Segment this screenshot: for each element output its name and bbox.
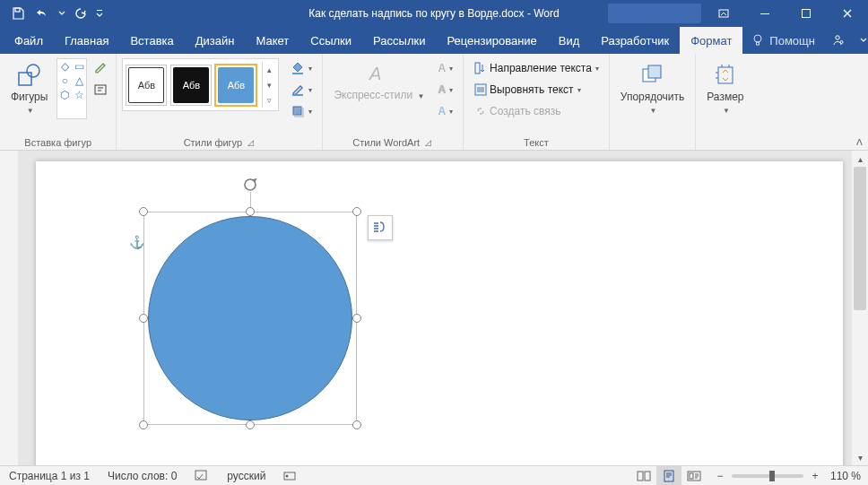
quick-access-toolbar: [0, 1, 106, 26]
size-button[interactable]: Размер▼: [701, 58, 749, 120]
read-mode-button[interactable]: [631, 466, 656, 486]
zoom-out-button[interactable]: −: [714, 470, 726, 482]
print-layout-button[interactable]: [656, 466, 681, 486]
group-text: Направление текста▾ Выровнять текст▾ Соз…: [464, 54, 610, 150]
tab-references[interactable]: Ссылки: [299, 27, 362, 54]
tab-layout[interactable]: Макет: [245, 27, 299, 54]
macro-record-button[interactable]: [274, 466, 305, 485]
tab-design[interactable]: Дизайн: [185, 27, 246, 54]
shape-style-gallery[interactable]: Абв Абв Абв ▴▾▿: [122, 58, 279, 111]
circle-shape[interactable]: [148, 216, 352, 420]
tab-format[interactable]: Формат: [680, 27, 742, 54]
handle-ne[interactable]: [352, 207, 361, 216]
svg-text:A: A: [369, 64, 381, 83]
word-count[interactable]: Число слов: 0: [99, 466, 186, 485]
rotate-handle[interactable]: [243, 178, 257, 192]
handle-n[interactable]: [246, 207, 255, 216]
svg-rect-9: [19, 73, 31, 85]
vertical-scrollbar[interactable]: ▴ ▾: [852, 151, 868, 465]
tab-review[interactable]: Рецензирование: [436, 27, 547, 54]
handle-e[interactable]: [352, 314, 361, 323]
tab-file[interactable]: Файл: [4, 27, 54, 54]
svg-rect-30: [690, 473, 693, 479]
close-button[interactable]: [827, 0, 868, 27]
zoom-level[interactable]: 110 %: [827, 470, 861, 482]
handle-w[interactable]: [139, 314, 148, 323]
share-button[interactable]: [824, 33, 851, 48]
scroll-thumb[interactable]: [854, 167, 866, 310]
undo-button[interactable]: [30, 1, 56, 26]
selected-shape[interactable]: [143, 212, 357, 425]
anchor-icon[interactable]: ⚓: [129, 235, 144, 249]
svg-point-7: [836, 36, 839, 39]
zoom-slider[interactable]: [732, 474, 803, 478]
svg-rect-13: [292, 94, 303, 96]
language-indicator[interactable]: русский: [218, 466, 274, 485]
text-fill-button[interactable]: A▾: [433, 58, 457, 78]
zoom-thumb[interactable]: [769, 471, 775, 481]
handle-se[interactable]: [352, 420, 361, 429]
shape-outline-button[interactable]: ▾: [286, 80, 317, 100]
tab-home[interactable]: Главная: [54, 27, 119, 54]
text-outline-button[interactable]: A▾: [433, 80, 457, 100]
handle-sw[interactable]: [139, 420, 148, 429]
align-text-button[interactable]: Выровнять текст▾: [469, 80, 603, 100]
scroll-track[interactable]: [852, 167, 868, 449]
redo-button[interactable]: [68, 1, 93, 26]
wordart-launcher[interactable]: ◿: [423, 138, 433, 147]
undo-dropdown[interactable]: [56, 1, 68, 26]
title-bar: Как сделать надпись по кругу в Ворде.doc…: [0, 0, 868, 27]
svg-rect-2: [719, 10, 728, 17]
shape-effects-button[interactable]: ▾: [286, 101, 317, 121]
shape-styles-launcher[interactable]: ◿: [246, 138, 256, 147]
layout-options-button[interactable]: [368, 215, 393, 240]
maximize-button[interactable]: [786, 0, 827, 27]
svg-point-5: [754, 35, 761, 42]
svg-rect-26: [638, 472, 643, 481]
edit-shape-button[interactable]: [91, 58, 110, 78]
style-preset-3[interactable]: Абв: [215, 65, 256, 106]
ribbon: Фигуры▼ ◇▭ ○△ ⬡☆ Вставка фигур Абв Абв А…: [0, 54, 868, 151]
shapes-gallery[interactable]: ◇▭ ○△ ⬡☆: [56, 58, 87, 119]
handle-s[interactable]: [246, 420, 255, 429]
arrange-button[interactable]: Упорядочить▼: [615, 58, 690, 120]
group-label-insert-shapes: Вставка фигур: [24, 134, 91, 150]
tab-view[interactable]: Вид: [548, 27, 591, 54]
ribbon-display-options[interactable]: [703, 0, 744, 27]
style-preset-2[interactable]: Абв: [170, 65, 212, 106]
svg-rect-28: [664, 471, 673, 481]
ribbon-tabs: Файл Главная Вставка Дизайн Макет Ссылки…: [0, 27, 868, 54]
save-button[interactable]: [5, 1, 30, 26]
tab-developer[interactable]: Разработчик: [590, 27, 680, 54]
svg-point-25: [286, 474, 289, 477]
wordart-express-button[interactable]: A Экспресс-стили ▼: [328, 58, 430, 106]
spellcheck-button[interactable]: [186, 466, 218, 485]
tell-me[interactable]: Помощн: [742, 34, 824, 48]
document-viewport[interactable]: ⚓: [18, 151, 852, 465]
minimize-button[interactable]: [744, 0, 786, 27]
scroll-up[interactable]: ▴: [852, 151, 868, 167]
feedback-button[interactable]: [851, 37, 868, 44]
text-direction-button[interactable]: Направление текста▾: [469, 58, 603, 78]
gallery-scroll[interactable]: ▴▾▿: [262, 62, 275, 108]
handle-nw[interactable]: [139, 207, 148, 216]
page-indicator[interactable]: Страница 1 из 1: [0, 466, 99, 485]
draw-textbox-button[interactable]: [91, 80, 110, 100]
shape-fill-button[interactable]: ▾: [286, 58, 317, 78]
scroll-down[interactable]: ▾: [852, 449, 868, 465]
create-link-button[interactable]: Создать связь: [469, 101, 603, 121]
shapes-button[interactable]: Фигуры▼: [5, 58, 53, 120]
document-page[interactable]: ⚓: [36, 161, 843, 465]
collapse-ribbon-button[interactable]: ᐱ: [856, 137, 863, 147]
zoom-controls: − + 110 %: [707, 470, 868, 482]
text-effects-button[interactable]: A▾: [433, 101, 457, 121]
tab-mailings[interactable]: Рассылки: [362, 27, 436, 54]
style-preset-1[interactable]: Абв: [126, 65, 167, 106]
account-area[interactable]: [608, 4, 701, 23]
tab-insert[interactable]: Вставка: [119, 27, 184, 54]
group-insert-shapes: Фигуры▼ ◇▭ ○△ ⬡☆ Вставка фигур: [0, 54, 117, 150]
web-layout-button[interactable]: [681, 466, 707, 486]
svg-rect-11: [95, 85, 106, 94]
zoom-in-button[interactable]: +: [809, 470, 821, 482]
qat-customize[interactable]: [93, 1, 106, 26]
